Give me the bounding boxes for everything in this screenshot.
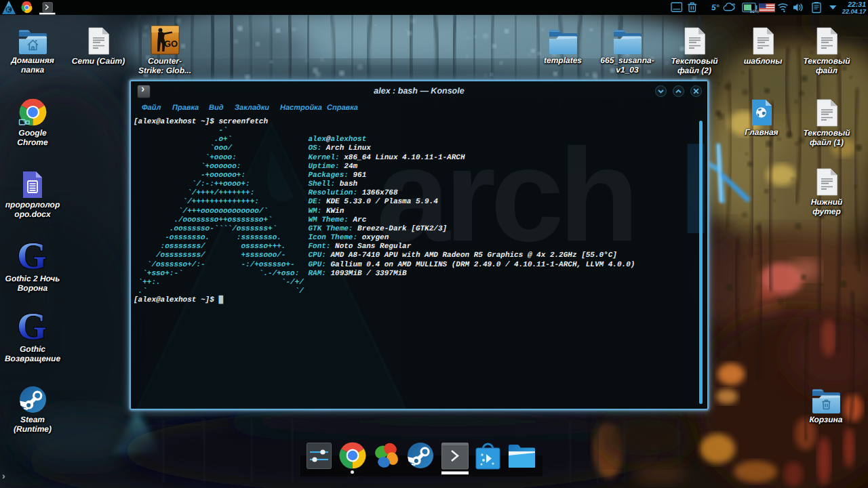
svg-text:5°: 5° <box>711 3 719 12</box>
svg-text:GO: GO <box>163 39 177 49</box>
svg-text:G: G <box>17 239 47 272</box>
svg-text:22.04.17: 22.04.17 <box>842 8 867 15</box>
svg-text:91%: 91% <box>750 9 759 14</box>
svg-text:G: G <box>17 310 47 343</box>
